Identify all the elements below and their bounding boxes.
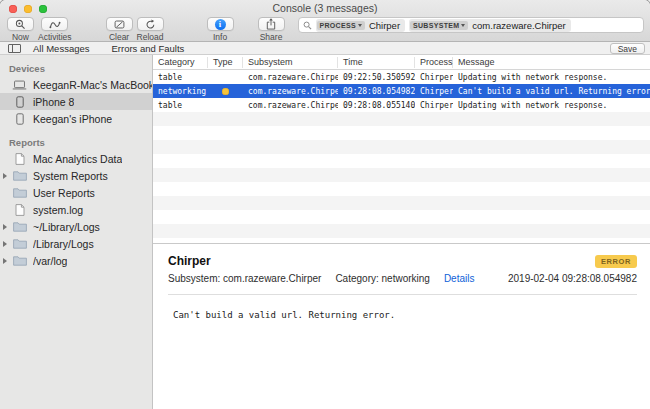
save-button[interactable]: Save <box>610 43 645 54</box>
folder-icon <box>12 187 27 198</box>
column-header-category[interactable]: Category <box>153 57 208 68</box>
folder-icon <box>12 221 27 232</box>
table-header: Category Type Subsystem Time Process Mes… <box>153 55 650 70</box>
laptop-icon <box>12 80 27 90</box>
clear-icon <box>114 19 125 30</box>
token-field-process[interactable]: PROCESS <box>317 21 365 30</box>
traffic-lights <box>9 5 47 13</box>
now-button[interactable] <box>7 17 34 31</box>
sidebar-item-system-log[interactable]: system.log <box>0 201 152 218</box>
titlebar: Console (3 messages) <box>0 0 650 17</box>
sidebar-toggle-icon[interactable] <box>8 44 21 53</box>
disclosure-triangle-icon[interactable] <box>3 224 7 230</box>
iphone-icon <box>12 96 27 108</box>
tab-errors-and-faults[interactable]: Errors and Faults <box>112 43 185 54</box>
activities-label: Activities <box>38 32 72 42</box>
column-header-process[interactable]: Process <box>415 57 453 68</box>
content-pane: Category Type Subsystem Time Process Mes… <box>153 55 650 409</box>
table-empty-rows <box>153 112 650 243</box>
activities-wave-icon <box>49 19 61 30</box>
chevron-down-icon <box>358 24 362 27</box>
sidebar-item-iphone-8[interactable]: iPhone 8 <box>0 93 152 110</box>
details-link[interactable]: Details <box>444 273 475 284</box>
detail-title: Chirper <box>168 254 211 268</box>
error-badge: ERROR <box>595 255 637 268</box>
search-token-process[interactable]: PROCESS Chirper <box>316 19 406 32</box>
sidebar-item-mac-analytics-data[interactable]: Mac Analytics Data <box>0 150 152 167</box>
column-header-time[interactable]: Time <box>338 57 415 68</box>
activities-button[interactable] <box>41 17 68 31</box>
detail-subsystem: Subsystem: com.razeware.Chirper <box>168 273 321 284</box>
sidebar-section-reports: Reports <box>0 135 152 150</box>
sidebar: Devices KeeganR-Mac's MacBook Pro iPhone… <box>0 55 153 409</box>
chevron-down-icon <box>461 24 465 27</box>
column-header-type[interactable]: Type <box>208 57 243 68</box>
window-chrome: Console (3 messages) Now Activities <box>0 0 650 42</box>
table-row[interactable]: table com.razeware.Chirper 09:28:08.0551… <box>153 98 650 112</box>
sidebar-item-user-library-logs[interactable]: ~/Library/Logs <box>0 218 152 235</box>
tab-all-messages[interactable]: All Messages <box>33 43 90 54</box>
search-icon <box>303 21 312 30</box>
now-magnifier-icon <box>15 19 26 30</box>
filter-bar: All Messages Errors and Faults Save <box>0 42 650 55</box>
share-icon <box>266 18 276 30</box>
clear-button[interactable] <box>106 17 133 31</box>
zoom-button[interactable] <box>39 5 47 13</box>
detail-timestamp: 2019-02-04 09:28:08.054982 <box>508 273 637 284</box>
sidebar-item-user-reports[interactable]: User Reports <box>0 184 152 201</box>
table-row-selected[interactable]: networking com.razeware.Chirper 09:28:08… <box>153 84 650 98</box>
reload-icon <box>145 19 156 30</box>
token-field-subsystem[interactable]: SUBSYSTEM <box>410 21 468 30</box>
iphone-icon <box>12 113 27 125</box>
sidebar-item-macbook-pro[interactable]: KeeganR-Mac's MacBook Pro <box>0 76 152 93</box>
minimize-button[interactable] <box>24 5 32 13</box>
search-token-subsystem[interactable]: SUBSYSTEM com.razeware.Chirper <box>409 19 571 32</box>
disclosure-triangle-icon[interactable] <box>3 241 7 247</box>
detail-message: Can't build a valid url. Returning error… <box>168 310 637 320</box>
sidebar-item-library-logs[interactable]: /Library/Logs <box>0 235 152 252</box>
detail-category: Category: networking <box>335 273 430 284</box>
column-header-subsystem[interactable]: Subsystem <box>243 57 338 68</box>
sidebar-item-keegans-iphone[interactable]: Keegan's iPhone <box>0 110 152 127</box>
info-icon: i <box>215 19 226 30</box>
console-window: Console (3 messages) Now Activities <box>0 0 650 409</box>
sidebar-section-devices: Devices <box>0 61 152 76</box>
search-input[interactable]: PROCESS Chirper SUBSYSTEM com.razeware.C… <box>298 17 644 33</box>
toolbar: Now Activities Clear <box>0 17 650 42</box>
sidebar-item-var-log[interactable]: /var/log <box>0 252 152 269</box>
folder-icon <box>12 255 27 266</box>
table-row[interactable]: table com.razeware.Chirper 09:22:50.3505… <box>153 70 650 84</box>
detail-divider <box>168 294 637 295</box>
close-button[interactable] <box>9 5 17 13</box>
disclosure-triangle-icon[interactable] <box>3 258 7 264</box>
window-title: Console (3 messages) <box>0 0 650 17</box>
folder-icon <box>12 170 27 181</box>
folder-icon <box>12 238 27 249</box>
disclosure-triangle-icon[interactable] <box>3 173 7 179</box>
clear-label: Clear <box>109 32 129 42</box>
error-dot-icon <box>222 88 229 95</box>
reload-label: Reload <box>137 32 164 42</box>
document-icon <box>12 204 27 216</box>
document-icon <box>12 153 27 165</box>
sidebar-item-system-reports[interactable]: System Reports <box>0 167 152 184</box>
share-label: Share <box>260 32 283 42</box>
info-label: Info <box>213 32 227 42</box>
share-button[interactable] <box>258 17 285 31</box>
now-label: Now <box>12 32 29 42</box>
info-button[interactable]: i <box>207 17 234 31</box>
detail-pane: Chirper ERROR Subsystem: com.razeware.Ch… <box>153 243 650 409</box>
column-header-message[interactable]: Message <box>453 57 650 68</box>
reload-button[interactable] <box>137 17 164 31</box>
